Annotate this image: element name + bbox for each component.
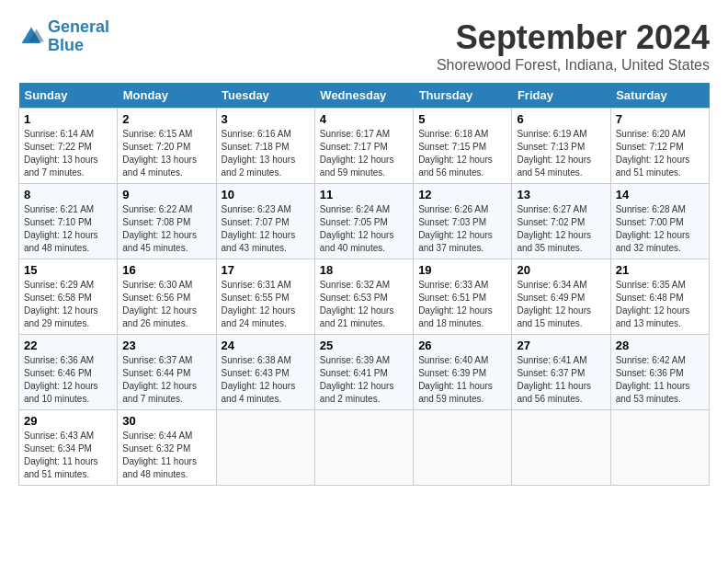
day-info: Sunrise: 6:44 AM Sunset: 6:32 PM Dayligh… [122, 430, 210, 481]
day-number: 14 [616, 188, 704, 201]
week-row-5: 29 Sunrise: 6:43 AM Sunset: 6:34 PM Dayl… [19, 410, 710, 486]
day-cell: 14 Sunrise: 6:28 AM Sunset: 7:00 PM Dayl… [610, 184, 709, 259]
header-tuesday: Tuesday [216, 83, 314, 109]
day-number: 27 [517, 339, 605, 352]
day-number: 2 [122, 112, 210, 126]
day-info: Sunrise: 6:41 AM Sunset: 6:37 PM Dayligh… [517, 354, 605, 406]
day-cell: 17 Sunrise: 6:31 AM Sunset: 6:55 PM Dayl… [216, 259, 314, 335]
day-info: Sunrise: 6:31 AM Sunset: 6:55 PM Dayligh… [222, 279, 310, 330]
location-title: Shorewood Forest, Indiana, United States [437, 57, 710, 74]
day-info: Sunrise: 6:23 AM Sunset: 7:07 PM Dayligh… [222, 203, 310, 255]
day-cell: 10 Sunrise: 6:23 AM Sunset: 7:07 PM Dayl… [216, 184, 314, 259]
day-info: Sunrise: 6:17 AM Sunset: 7:17 PM Dayligh… [320, 128, 408, 179]
header-monday: Monday [118, 83, 216, 109]
day-info: Sunrise: 6:20 AM Sunset: 7:12 PM Dayligh… [616, 128, 704, 179]
day-number: 24 [222, 339, 310, 352]
day-cell [414, 410, 512, 486]
day-number: 22 [24, 339, 112, 352]
day-info: Sunrise: 6:15 AM Sunset: 7:20 PM Dayligh… [122, 128, 210, 179]
day-cell: 1 Sunrise: 6:14 AM Sunset: 7:22 PM Dayli… [19, 109, 118, 184]
day-number: 10 [222, 188, 310, 201]
day-cell: 30 Sunrise: 6:44 AM Sunset: 6:32 PM Dayl… [118, 410, 216, 486]
calendar-table: SundayMondayTuesdayWednesdayThursdayFrid… [18, 83, 710, 486]
day-info: Sunrise: 6:34 AM Sunset: 6:49 PM Dayligh… [517, 279, 605, 330]
day-cell: 8 Sunrise: 6:21 AM Sunset: 7:10 PM Dayli… [19, 184, 118, 259]
header-wednesday: Wednesday [314, 83, 413, 109]
day-info: Sunrise: 6:32 AM Sunset: 6:53 PM Dayligh… [320, 279, 408, 330]
day-info: Sunrise: 6:26 AM Sunset: 7:03 PM Dayligh… [418, 203, 506, 255]
day-number: 12 [418, 188, 506, 201]
header: General Blue September 2024 Shorewood Fo… [18, 18, 710, 74]
day-info: Sunrise: 6:16 AM Sunset: 7:18 PM Dayligh… [222, 128, 310, 179]
day-info: Sunrise: 6:18 AM Sunset: 7:15 PM Dayligh… [418, 128, 506, 179]
day-info: Sunrise: 6:40 AM Sunset: 6:39 PM Dayligh… [418, 354, 506, 406]
day-cell: 12 Sunrise: 6:26 AM Sunset: 7:03 PM Dayl… [414, 184, 512, 259]
day-number: 1 [24, 112, 112, 126]
day-info: Sunrise: 6:29 AM Sunset: 6:58 PM Dayligh… [24, 279, 112, 330]
day-number: 30 [122, 414, 210, 428]
day-cell [314, 410, 413, 486]
day-number: 6 [517, 112, 605, 126]
day-cell: 5 Sunrise: 6:18 AM Sunset: 7:15 PM Dayli… [414, 109, 512, 184]
week-row-3: 15 Sunrise: 6:29 AM Sunset: 6:58 PM Dayl… [19, 259, 710, 335]
day-number: 29 [24, 414, 112, 428]
day-number: 21 [616, 263, 704, 277]
day-cell: 20 Sunrise: 6:34 AM Sunset: 6:49 PM Dayl… [512, 259, 610, 335]
header-friday: Friday [512, 83, 610, 109]
day-cell [610, 410, 709, 486]
day-info: Sunrise: 6:21 AM Sunset: 7:10 PM Dayligh… [24, 203, 112, 255]
day-number: 19 [418, 263, 506, 277]
logo-text: General Blue [48, 18, 109, 55]
day-cell: 11 Sunrise: 6:24 AM Sunset: 7:05 PM Dayl… [314, 184, 413, 259]
day-number: 8 [24, 188, 112, 201]
day-number: 26 [418, 339, 506, 352]
week-row-1: 1 Sunrise: 6:14 AM Sunset: 7:22 PM Dayli… [19, 109, 710, 184]
day-cell: 15 Sunrise: 6:29 AM Sunset: 6:58 PM Dayl… [19, 259, 118, 335]
day-cell: 24 Sunrise: 6:38 AM Sunset: 6:43 PM Dayl… [216, 335, 314, 410]
day-number: 16 [122, 263, 210, 277]
week-row-2: 8 Sunrise: 6:21 AM Sunset: 7:10 PM Dayli… [19, 184, 710, 259]
day-cell: 4 Sunrise: 6:17 AM Sunset: 7:17 PM Dayli… [314, 109, 413, 184]
day-info: Sunrise: 6:38 AM Sunset: 6:43 PM Dayligh… [222, 354, 310, 406]
day-cell: 22 Sunrise: 6:36 AM Sunset: 6:46 PM Dayl… [19, 335, 118, 410]
day-number: 5 [418, 112, 506, 126]
day-cell [512, 410, 610, 486]
day-number: 13 [517, 188, 605, 201]
day-number: 23 [122, 339, 210, 352]
day-cell: 25 Sunrise: 6:39 AM Sunset: 6:41 PM Dayl… [314, 335, 413, 410]
day-info: Sunrise: 6:43 AM Sunset: 6:34 PM Dayligh… [24, 430, 112, 481]
day-cell: 13 Sunrise: 6:27 AM Sunset: 7:02 PM Dayl… [512, 184, 610, 259]
day-cell: 16 Sunrise: 6:30 AM Sunset: 6:56 PM Dayl… [118, 259, 216, 335]
day-info: Sunrise: 6:37 AM Sunset: 6:44 PM Dayligh… [122, 354, 210, 406]
header-sunday: Sunday [19, 83, 118, 109]
day-cell: 3 Sunrise: 6:16 AM Sunset: 7:18 PM Dayli… [216, 109, 314, 184]
day-cell: 26 Sunrise: 6:40 AM Sunset: 6:39 PM Dayl… [414, 335, 512, 410]
day-number: 28 [616, 339, 704, 352]
day-info: Sunrise: 6:28 AM Sunset: 7:00 PM Dayligh… [616, 203, 704, 255]
header-saturday: Saturday [610, 83, 709, 109]
day-cell: 29 Sunrise: 6:43 AM Sunset: 6:34 PM Dayl… [19, 410, 118, 486]
day-info: Sunrise: 6:33 AM Sunset: 6:51 PM Dayligh… [418, 279, 506, 330]
day-number: 3 [222, 112, 310, 126]
day-cell: 28 Sunrise: 6:42 AM Sunset: 6:36 PM Dayl… [610, 335, 709, 410]
day-info: Sunrise: 6:30 AM Sunset: 6:56 PM Dayligh… [122, 279, 210, 330]
day-cell: 21 Sunrise: 6:35 AM Sunset: 6:48 PM Dayl… [610, 259, 709, 335]
header-thursday: Thursday [414, 83, 512, 109]
day-number: 11 [320, 188, 408, 201]
day-info: Sunrise: 6:35 AM Sunset: 6:48 PM Dayligh… [616, 279, 704, 330]
day-cell: 27 Sunrise: 6:41 AM Sunset: 6:37 PM Dayl… [512, 335, 610, 410]
day-number: 17 [222, 263, 310, 277]
day-cell: 9 Sunrise: 6:22 AM Sunset: 7:08 PM Dayli… [118, 184, 216, 259]
day-info: Sunrise: 6:14 AM Sunset: 7:22 PM Dayligh… [24, 128, 112, 179]
day-cell: 2 Sunrise: 6:15 AM Sunset: 7:20 PM Dayli… [118, 109, 216, 184]
week-row-4: 22 Sunrise: 6:36 AM Sunset: 6:46 PM Dayl… [19, 335, 710, 410]
logo: General Blue [18, 18, 109, 55]
logo-line1: General [48, 17, 109, 36]
day-cell: 18 Sunrise: 6:32 AM Sunset: 6:53 PM Dayl… [314, 259, 413, 335]
day-cell: 7 Sunrise: 6:20 AM Sunset: 7:12 PM Dayli… [610, 109, 709, 184]
day-number: 20 [517, 263, 605, 277]
logo-line2: Blue [48, 36, 84, 54]
day-info: Sunrise: 6:27 AM Sunset: 7:02 PM Dayligh… [517, 203, 605, 255]
day-number: 18 [320, 263, 408, 277]
header-row: SundayMondayTuesdayWednesdayThursdayFrid… [19, 83, 710, 109]
